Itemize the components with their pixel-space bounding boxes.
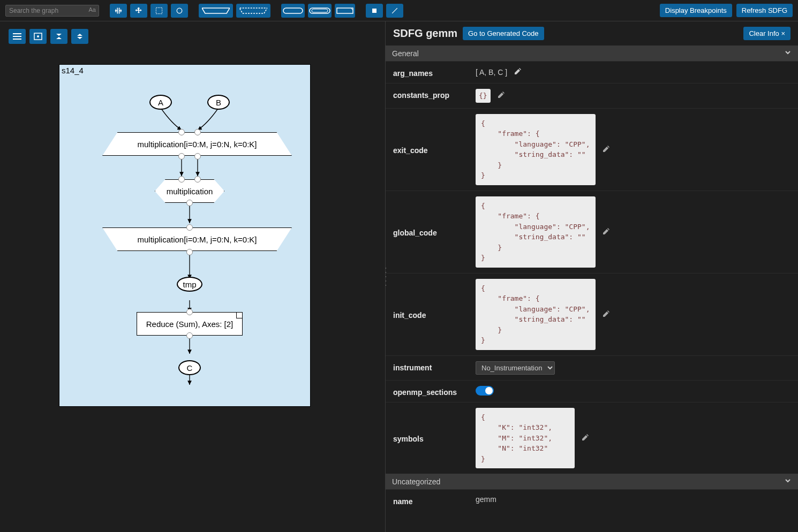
collapse-button[interactable] — [50, 29, 67, 44]
prop-constants-prop: constants_prop {} — [386, 83, 798, 108]
main-split: s14_4 A B multiplication[i=0:M, j=0:N, k… — [0, 21, 798, 532]
port — [194, 153, 201, 159]
search-input[interactable] — [5, 5, 99, 17]
port — [178, 153, 185, 159]
select-tool[interactable] — [150, 4, 168, 18]
edit-icon[interactable] — [602, 145, 611, 155]
edit-icon[interactable] — [514, 67, 522, 77]
section-uncategorized[interactable]: Uncategorized — [386, 474, 798, 489]
tasklet-tool[interactable] — [281, 4, 305, 18]
map-entry-dashed-tool[interactable] — [236, 4, 270, 18]
prop-init-code: init_code { "frame": { "language": "CPP"… — [386, 273, 798, 355]
chevron-down-icon — [784, 477, 792, 486]
port — [186, 200, 193, 206]
graph-pane[interactable]: s14_4 A B multiplication[i=0:M, j=0:N, k… — [0, 21, 386, 532]
symbols-value: { "K": "int32", "M": "int32", "N": "int3… — [476, 408, 575, 469]
library-tool[interactable] — [335, 4, 355, 18]
graph-canvas[interactable]: s14_4 A B multiplication[i=0:M, j=0:N, k… — [59, 64, 311, 407]
exit-code-value: { "frame": { "language": "CPP", "string_… — [476, 114, 596, 185]
svg-rect-8 — [372, 9, 377, 13]
global-code-value: { "frame": { "language": "CPP", "string_… — [476, 196, 596, 268]
port — [186, 309, 193, 315]
access-node-a[interactable]: A — [149, 95, 172, 110]
arg-names-value: [ A, B, C ] — [476, 68, 507, 77]
svg-marker-3 — [239, 8, 267, 13]
top-toolbar: Aa Display Breakpoints Refresh SDFG — [0, 0, 798, 21]
init-code-value: { "frame": { "language": "CPP", "string_… — [476, 279, 596, 350]
port — [178, 129, 185, 135]
edit-icon[interactable] — [497, 90, 506, 101]
port — [186, 249, 193, 255]
svg-point-11 — [37, 35, 39, 37]
svg-marker-2 — [202, 8, 230, 13]
svg-rect-6 — [312, 9, 328, 12]
openmp-toggle[interactable] — [476, 386, 494, 396]
chevron-down-icon — [784, 49, 792, 58]
prop-openmp-sections: openmp_sections — [386, 380, 798, 402]
menu-button[interactable] — [9, 29, 26, 44]
port — [194, 176, 201, 183]
port — [194, 129, 201, 135]
move-tool[interactable] — [130, 4, 147, 18]
svg-point-1 — [177, 8, 182, 13]
port — [186, 332, 193, 339]
map-entry-tool[interactable] — [199, 4, 233, 18]
prop-global-code: global_code { "frame": { "language": "CP… — [386, 191, 798, 273]
access-node-tmp[interactable]: tmp — [177, 277, 202, 292]
port — [178, 176, 185, 183]
prop-instrument: instrument No_Instrumentation — [386, 355, 798, 380]
refresh-sdfg-button[interactable]: Refresh SDFG — [736, 4, 793, 17]
shape-tools-3 — [366, 4, 403, 18]
svg-line-9 — [392, 8, 397, 13]
display-breakpoints-button[interactable]: Display Breakpoints — [660, 4, 732, 17]
prop-symbols: symbols { "K": "int32", "M": "int32", "N… — [386, 402, 798, 474]
edit-icon[interactable] — [581, 433, 590, 443]
svg-rect-7 — [337, 8, 353, 13]
panel-title: SDFG gemm — [393, 27, 457, 40]
clear-info-button[interactable]: Clear Info × — [743, 27, 791, 40]
constants-prop-value: {} — [476, 89, 491, 103]
splitter-handle[interactable] — [386, 266, 387, 287]
edit-icon[interactable] — [602, 309, 611, 320]
state-label: s14_4 — [62, 66, 84, 75]
svg-rect-0 — [156, 7, 162, 13]
search-wrap: Aa — [5, 5, 99, 17]
shape-tools-2 — [281, 4, 355, 18]
goto-generated-code-button[interactable]: Go to Generated Code — [463, 27, 544, 40]
graph-controls — [9, 29, 88, 44]
access-node-b[interactable]: B — [207, 95, 230, 110]
map-exit-node[interactable]: multiplication[i=0:M, j=0:N, k=0:K] — [102, 227, 292, 251]
map-entry-node[interactable]: multiplication[i=0:M, j=0:N, k=0:K] — [102, 132, 292, 156]
pan-tool[interactable] — [110, 4, 127, 18]
edge-tool[interactable] — [386, 4, 403, 18]
access-node-tool[interactable] — [366, 4, 383, 18]
prop-name: name gemm — [386, 489, 798, 511]
shape-tools — [199, 4, 270, 18]
edit-icon[interactable] — [602, 227, 611, 237]
info-panel[interactable]: SDFG gemm Go to Generated Code Clear Inf… — [386, 21, 798, 532]
svg-rect-4 — [283, 8, 303, 13]
mode-tools — [110, 4, 188, 18]
panel-header: SDFG gemm Go to Generated Code Clear Inf… — [386, 21, 798, 45]
prop-exit-code: exit_code { "frame": { "language": "CPP"… — [386, 108, 798, 191]
section-general[interactable]: General — [386, 45, 798, 61]
access-node-c[interactable]: C — [178, 360, 201, 375]
instrument-select[interactable]: No_Instrumentation — [476, 361, 555, 375]
case-sensitive-toggle[interactable]: Aa — [89, 6, 96, 13]
name-value: gemm — [476, 495, 496, 504]
fit-view-button[interactable] — [29, 29, 47, 44]
nested-sdfg-tool[interactable] — [308, 4, 332, 18]
expand-button[interactable] — [71, 29, 88, 44]
top-right-buttons: Display Breakpoints Refresh SDFG — [660, 4, 793, 17]
port — [186, 224, 193, 231]
state-tool[interactable] — [171, 4, 188, 18]
prop-arg-names: arg_names [ A, B, C ] — [386, 61, 798, 83]
